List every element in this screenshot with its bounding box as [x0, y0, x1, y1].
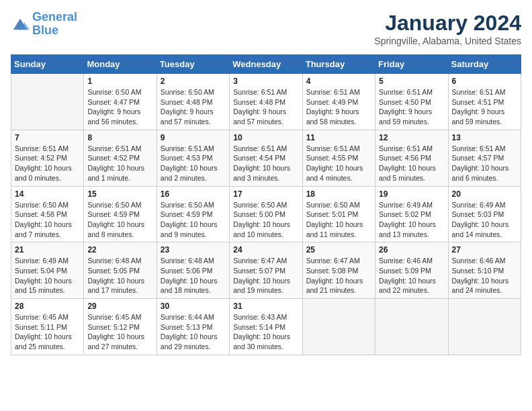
day-info: Sunrise: 6:50 AMSunset: 5:01 PMDaylight:…: [306, 200, 371, 240]
calendar-cell: 5Sunrise: 6:51 AMSunset: 4:50 PMDaylight…: [375, 74, 448, 130]
calendar-cell: 23Sunrise: 6:48 AMSunset: 5:06 PMDayligh…: [157, 242, 229, 299]
day-number: 30: [161, 302, 226, 311]
day-number: 18: [306, 189, 371, 199]
calendar-cell: 9Sunrise: 6:51 AMSunset: 4:53 PMDaylight…: [157, 130, 229, 186]
day-info: Sunrise: 6:48 AMSunset: 5:06 PMDaylight:…: [161, 256, 226, 295]
day-info: Sunrise: 6:51 AMSunset: 4:52 PMDaylight:…: [87, 144, 152, 183]
day-info: Sunrise: 6:50 AMSunset: 4:58 PMDaylight:…: [15, 200, 80, 240]
weekday-header-friday: Friday: [375, 55, 448, 74]
day-number: 29: [87, 302, 152, 311]
day-number: 14: [15, 189, 80, 199]
calendar-cell: 28Sunrise: 6:45 AMSunset: 5:11 PMDayligh…: [11, 299, 84, 355]
day-info: Sunrise: 6:51 AMSunset: 4:54 PMDaylight:…: [233, 144, 298, 183]
day-number: 11: [306, 133, 371, 142]
calendar-week-2: 7Sunrise: 6:51 AMSunset: 4:52 PMDaylight…: [11, 130, 521, 186]
weekday-header-monday: Monday: [84, 55, 157, 74]
day-number: 27: [452, 245, 517, 255]
title-block: January 2024 Springville, Alabama, Unite…: [374, 11, 521, 46]
day-info: Sunrise: 6:49 AMSunset: 5:02 PMDaylight:…: [379, 200, 444, 240]
day-info: Sunrise: 6:46 AMSunset: 5:10 PMDaylight:…: [452, 256, 517, 295]
calendar-cell: 24Sunrise: 6:47 AMSunset: 5:07 PMDayligh…: [230, 242, 302, 299]
day-info: Sunrise: 6:45 AMSunset: 5:12 PMDaylight:…: [87, 312, 152, 352]
calendar-cell: 26Sunrise: 6:46 AMSunset: 5:09 PMDayligh…: [375, 242, 448, 299]
page-header: General Blue January 2024 Springville, A…: [11, 11, 521, 46]
calendar-cell: 21Sunrise: 6:49 AMSunset: 5:04 PMDayligh…: [11, 242, 84, 299]
day-number: 2: [161, 77, 226, 86]
calendar-cell: 12Sunrise: 6:51 AMSunset: 4:56 PMDayligh…: [375, 130, 448, 186]
day-info: Sunrise: 6:50 AMSunset: 5:00 PMDaylight:…: [233, 200, 298, 240]
logo-icon: [11, 16, 30, 32]
day-info: Sunrise: 6:51 AMSunset: 4:49 PMDaylight:…: [306, 87, 371, 127]
calendar-cell: 1Sunrise: 6:50 AMSunset: 4:47 PMDaylight…: [84, 74, 157, 130]
day-number: 16: [161, 189, 226, 199]
day-number: 3: [233, 77, 298, 86]
calendar-cell: 20Sunrise: 6:49 AMSunset: 5:03 PMDayligh…: [448, 186, 521, 242]
day-info: Sunrise: 6:51 AMSunset: 4:55 PMDaylight:…: [306, 144, 371, 183]
calendar-cell: 14Sunrise: 6:50 AMSunset: 4:58 PMDayligh…: [11, 186, 84, 242]
logo-text-line1: General: [32, 11, 77, 24]
logo-text-line2: Blue: [32, 24, 77, 38]
day-info: Sunrise: 6:47 AMSunset: 5:07 PMDaylight:…: [233, 256, 298, 295]
day-info: Sunrise: 6:45 AMSunset: 5:11 PMDaylight:…: [15, 312, 80, 352]
weekday-header-wednesday: Wednesday: [230, 55, 302, 74]
calendar-week-4: 21Sunrise: 6:49 AMSunset: 5:04 PMDayligh…: [11, 242, 521, 299]
calendar-cell: [448, 299, 521, 355]
day-info: Sunrise: 6:46 AMSunset: 5:09 PMDaylight:…: [379, 256, 444, 295]
calendar-cell: 8Sunrise: 6:51 AMSunset: 4:52 PMDaylight…: [84, 130, 157, 186]
calendar-title: January 2024: [374, 11, 521, 36]
day-number: 1: [87, 77, 152, 86]
calendar-cell: 3Sunrise: 6:51 AMSunset: 4:48 PMDaylight…: [230, 74, 302, 130]
calendar-cell: 13Sunrise: 6:51 AMSunset: 4:57 PMDayligh…: [448, 130, 521, 186]
calendar-week-1: 1Sunrise: 6:50 AMSunset: 4:47 PMDaylight…: [11, 74, 521, 130]
calendar-cell: [11, 74, 84, 130]
calendar-subtitle: Springville, Alabama, United States: [374, 36, 521, 46]
weekday-header-sunday: Sunday: [11, 55, 84, 74]
calendar-cell: 16Sunrise: 6:50 AMSunset: 4:59 PMDayligh…: [157, 186, 229, 242]
day-number: 12: [379, 133, 444, 142]
day-number: 6: [452, 77, 517, 86]
calendar-cell: 19Sunrise: 6:49 AMSunset: 5:02 PMDayligh…: [375, 186, 448, 242]
calendar-cell: [302, 299, 375, 355]
day-info: Sunrise: 6:49 AMSunset: 5:04 PMDaylight:…: [15, 256, 80, 295]
day-info: Sunrise: 6:51 AMSunset: 4:53 PMDaylight:…: [161, 144, 226, 183]
day-number: 22: [87, 245, 152, 255]
day-info: Sunrise: 6:49 AMSunset: 5:03 PMDaylight:…: [452, 200, 517, 240]
day-info: Sunrise: 6:50 AMSunset: 4:59 PMDaylight:…: [161, 200, 226, 240]
weekday-header-thursday: Thursday: [302, 55, 375, 74]
day-info: Sunrise: 6:43 AMSunset: 5:14 PMDaylight:…: [233, 312, 298, 352]
day-number: 4: [306, 77, 371, 86]
day-info: Sunrise: 6:51 AMSunset: 4:48 PMDaylight:…: [233, 87, 298, 127]
day-number: 25: [306, 245, 371, 255]
day-number: 28: [15, 302, 80, 311]
day-info: Sunrise: 6:50 AMSunset: 4:59 PMDaylight:…: [87, 200, 152, 240]
day-info: Sunrise: 6:51 AMSunset: 4:50 PMDaylight:…: [379, 87, 444, 127]
calendar-cell: 30Sunrise: 6:44 AMSunset: 5:13 PMDayligh…: [157, 299, 229, 355]
day-info: Sunrise: 6:51 AMSunset: 4:57 PMDaylight:…: [452, 144, 517, 183]
calendar-cell: 25Sunrise: 6:47 AMSunset: 5:08 PMDayligh…: [302, 242, 375, 299]
day-number: 26: [379, 245, 444, 255]
day-info: Sunrise: 6:50 AMSunset: 4:47 PMDaylight:…: [87, 87, 152, 127]
day-info: Sunrise: 6:48 AMSunset: 5:05 PMDaylight:…: [87, 256, 152, 295]
weekday-header-tuesday: Tuesday: [157, 55, 229, 74]
day-info: Sunrise: 6:51 AMSunset: 4:51 PMDaylight:…: [452, 87, 517, 127]
calendar-cell: 11Sunrise: 6:51 AMSunset: 4:55 PMDayligh…: [302, 130, 375, 186]
day-info: Sunrise: 6:50 AMSunset: 4:48 PMDaylight:…: [161, 87, 226, 127]
calendar-week-3: 14Sunrise: 6:50 AMSunset: 4:58 PMDayligh…: [11, 186, 521, 242]
calendar-table: SundayMondayTuesdayWednesdayThursdayFrid…: [11, 54, 521, 355]
day-number: 21: [15, 245, 80, 255]
calendar-cell: [375, 299, 448, 355]
weekday-header-saturday: Saturday: [448, 55, 521, 74]
logo: General Blue: [11, 11, 77, 38]
day-number: 17: [233, 189, 298, 199]
day-number: 31: [233, 302, 298, 311]
day-info: Sunrise: 6:51 AMSunset: 4:52 PMDaylight:…: [15, 144, 80, 183]
calendar-cell: 31Sunrise: 6:43 AMSunset: 5:14 PMDayligh…: [230, 299, 302, 355]
day-info: Sunrise: 6:51 AMSunset: 4:56 PMDaylight:…: [379, 144, 444, 183]
day-number: 8: [87, 133, 152, 142]
day-number: 9: [161, 133, 226, 142]
calendar-cell: 29Sunrise: 6:45 AMSunset: 5:12 PMDayligh…: [84, 299, 157, 355]
day-number: 20: [452, 189, 517, 199]
calendar-week-5: 28Sunrise: 6:45 AMSunset: 5:11 PMDayligh…: [11, 299, 521, 355]
calendar-cell: 2Sunrise: 6:50 AMSunset: 4:48 PMDaylight…: [157, 74, 229, 130]
day-info: Sunrise: 6:44 AMSunset: 5:13 PMDaylight:…: [161, 312, 226, 352]
